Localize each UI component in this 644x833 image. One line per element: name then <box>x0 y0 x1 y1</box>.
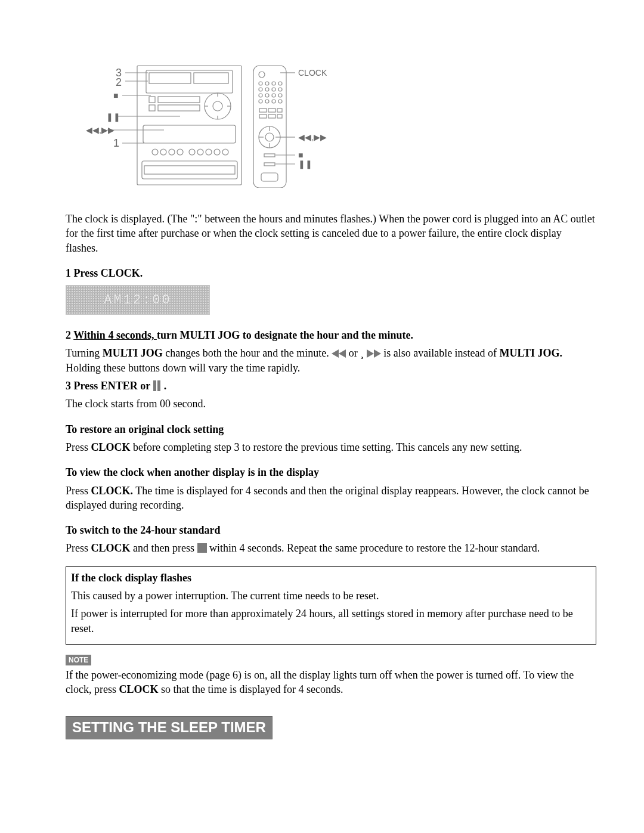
flash-line1: This caused by a power interruption. The… <box>71 589 591 603</box>
stop-icon <box>197 543 207 553</box>
svg-point-16 <box>160 149 166 155</box>
svg-point-41 <box>265 100 269 103</box>
svg-rect-48 <box>268 114 275 118</box>
svg-rect-24 <box>142 161 237 179</box>
flash-line2: If power is interrupted for more than ap… <box>71 606 591 636</box>
step2-body: Turning MULTI JOG changes both the hour … <box>66 346 596 375</box>
switch24-section: To switch to the 24-hour standard Press … <box>66 523 596 556</box>
note-section: NOTE If the power-economizing mode (page… <box>66 653 596 697</box>
svg-point-30 <box>272 82 275 85</box>
svg-marker-71 <box>367 349 374 358</box>
step2-heading: 2 Within 4 seconds, turn MULTI JOG to de… <box>66 328 596 342</box>
svg-point-51 <box>265 133 274 141</box>
step3-body: The clock starts from 00 second. <box>66 397 596 411</box>
flash-heading: If the clock display flashes <box>71 571 591 585</box>
svg-rect-58 <box>261 173 278 181</box>
switch24-body: Press CLOCK and then press within 4 seco… <box>66 541 596 555</box>
svg-rect-46 <box>277 109 282 112</box>
svg-point-40 <box>259 100 262 103</box>
svg-point-39 <box>278 94 282 97</box>
svg-point-19 <box>189 149 195 155</box>
step2-rest: turn MULTI JOG to designate the hour and… <box>157 329 413 341</box>
svg-rect-44 <box>259 109 267 112</box>
rewind-icon <box>332 349 346 358</box>
step1-num: 1 <box>66 267 74 279</box>
svg-rect-4 <box>149 97 155 103</box>
svg-point-28 <box>259 82 262 85</box>
pause-icon <box>153 380 161 391</box>
svg-point-31 <box>278 82 282 85</box>
svg-point-36 <box>259 94 262 97</box>
svg-rect-57 <box>264 163 275 166</box>
diagram-pause-left: ❚❚ <box>106 112 120 122</box>
diagram-pause-remote: ❚❚ <box>298 159 312 169</box>
manual-page: 3 2 ■ ❚❚ ◀◀,▶▶ 1 CLOCK ◀◀,▶▶ ■ ❚❚ The cl… <box>0 0 644 787</box>
svg-rect-45 <box>268 109 275 112</box>
svg-point-33 <box>265 88 269 91</box>
diagram-rewff-left: ◀◀,▶▶ <box>86 125 114 135</box>
diagram-clock-label: CLOCK <box>298 68 327 78</box>
svg-point-42 <box>272 100 275 103</box>
step3: 3 Press ENTER or . The clock starts from… <box>66 379 596 411</box>
svg-rect-6 <box>158 97 200 103</box>
svg-point-34 <box>272 88 275 91</box>
svg-rect-1 <box>146 70 233 93</box>
diagram-num-1: 1 <box>113 137 119 150</box>
svg-rect-25 <box>144 166 235 174</box>
restore-section: To restore an original clock setting Pre… <box>66 422 596 455</box>
svg-point-21 <box>206 149 212 155</box>
svg-point-27 <box>259 72 265 78</box>
note-badge: NOTE <box>66 655 91 665</box>
fast-forward-icon <box>367 349 381 358</box>
step3-heading: 3 Press ENTER or . <box>66 379 596 393</box>
svg-rect-47 <box>259 114 267 118</box>
svg-point-23 <box>222 149 228 155</box>
svg-point-18 <box>177 149 183 155</box>
svg-marker-70 <box>339 349 346 358</box>
step1-label: Press CLOCK. <box>74 267 143 279</box>
svg-point-35 <box>278 88 282 91</box>
svg-rect-5 <box>149 105 155 111</box>
svg-point-8 <box>205 93 231 119</box>
diagram-svg <box>89 60 316 188</box>
svg-rect-14 <box>143 125 236 143</box>
svg-marker-72 <box>374 349 381 358</box>
svg-marker-69 <box>332 349 339 358</box>
svg-rect-2 <box>149 73 191 83</box>
svg-rect-56 <box>264 154 275 157</box>
svg-rect-74 <box>157 380 160 391</box>
flash-note-box: If the clock display flashes This caused… <box>66 566 596 645</box>
restore-body: Press CLOCK before completing step 3 to … <box>66 440 596 454</box>
note-body: If the power-economizing mode (page 6) i… <box>66 668 596 697</box>
svg-point-43 <box>278 100 282 103</box>
svg-point-37 <box>265 94 269 97</box>
restore-heading: To restore an original clock setting <box>66 422 596 436</box>
svg-rect-7 <box>158 105 200 111</box>
lcd-display: AM12:00 <box>66 285 210 315</box>
svg-point-17 <box>169 149 175 155</box>
diagram-num-2: 2 <box>116 76 122 89</box>
view-heading: To view the clock when another display i… <box>66 465 596 479</box>
svg-rect-49 <box>277 114 282 118</box>
diagram-rewff-remote: ◀◀,▶▶ <box>298 132 327 142</box>
step1-heading: 1 Press CLOCK. <box>66 266 596 280</box>
svg-point-32 <box>259 88 262 91</box>
svg-rect-3 <box>194 73 228 83</box>
step2-underline: Within 4 seconds, <box>73 329 157 341</box>
svg-rect-73 <box>153 380 156 391</box>
svg-point-29 <box>265 82 269 85</box>
lcd-text: AM12:00 <box>104 293 171 308</box>
diagram-stop-remote: ■ <box>298 150 303 160</box>
svg-point-9 <box>213 101 222 111</box>
section-heading-sleep-timer: SETTING THE SLEEP TIMER <box>66 716 273 739</box>
device-diagram: 3 2 ■ ❚❚ ◀◀,▶▶ 1 CLOCK ◀◀,▶▶ ■ ❚❚ <box>89 60 316 188</box>
diagram-stop-left: ■ <box>113 91 118 100</box>
switch24-heading: To switch to the 24-hour standard <box>66 523 596 537</box>
intro-text: The clock is displayed. (The ":" between… <box>66 212 596 255</box>
svg-point-15 <box>152 149 158 155</box>
view-body: Press CLOCK. The time is displayed for 4… <box>66 484 596 513</box>
svg-point-20 <box>197 149 203 155</box>
svg-point-22 <box>214 149 220 155</box>
step2-num: 2 <box>66 329 73 341</box>
view-section: To view the clock when another display i… <box>66 465 596 512</box>
